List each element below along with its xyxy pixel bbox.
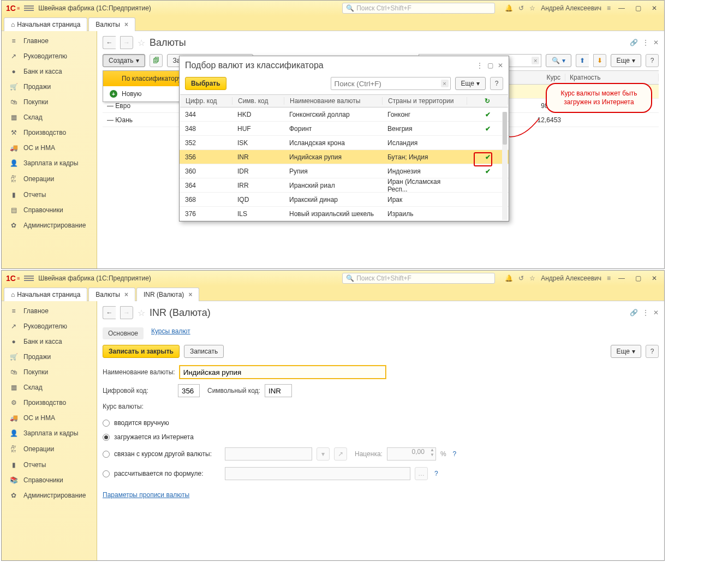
help-icon[interactable]: ? bbox=[434, 470, 438, 477]
tab-currencies[interactable]: Валюты × bbox=[88, 288, 135, 301]
sidebar-item[interactable]: 🚚ОС и НМА bbox=[2, 410, 97, 426]
sidebar-item[interactable]: ▦Склад bbox=[2, 380, 97, 395]
favorite-icon[interactable]: ☆ bbox=[138, 308, 145, 318]
currency-name-input[interactable] bbox=[180, 366, 386, 379]
radio-formula[interactable] bbox=[103, 470, 110, 477]
modal-row[interactable]: 356INRИндийская рупияБутан; Индия✔ bbox=[180, 150, 509, 164]
sidebar-item-operations[interactable]: ДтКтОперации bbox=[2, 171, 97, 187]
modal-row[interactable]: 360IDRРупияИндонезия✔ bbox=[180, 164, 509, 178]
modal-row[interactable]: 348HUFФоринтВенгрия✔ bbox=[180, 122, 509, 136]
mcol-name[interactable]: Наименование валюты bbox=[284, 97, 383, 105]
params-link[interactable]: Параметры прописи валюты bbox=[103, 491, 189, 499]
sidebar-item-warehouse[interactable]: ▦Склад bbox=[2, 110, 97, 125]
more-vert-icon[interactable]: ⋮ bbox=[476, 62, 483, 69]
help-icon[interactable]: ? bbox=[453, 450, 457, 458]
forward-button[interactable]: → bbox=[120, 306, 133, 319]
sidebar-item[interactable]: 📚Справочники bbox=[2, 473, 97, 488]
modal-help-button[interactable]: ? bbox=[490, 77, 503, 90]
save-close-button[interactable]: Записать и закрыть bbox=[103, 345, 180, 358]
history-icon[interactable]: ↺ bbox=[518, 4, 524, 12]
minimize-button[interactable]: — bbox=[616, 274, 627, 282]
star-icon[interactable]: ☆ bbox=[529, 274, 535, 282]
sidebar-item[interactable]: ↗Руководителю bbox=[2, 319, 97, 334]
scrollbar[interactable] bbox=[502, 112, 508, 220]
sym-input[interactable] bbox=[265, 384, 292, 397]
sidebar-item[interactable]: 🛍Покупки bbox=[2, 364, 97, 380]
global-search[interactable]: 🔍 Поиск Ctrl+Shift+F bbox=[342, 273, 495, 284]
close-icon[interactable]: × bbox=[188, 291, 192, 298]
sidebar-item-production[interactable]: ⚒Производство bbox=[2, 125, 97, 140]
sidebar-item[interactable]: 🛒Продажи bbox=[2, 349, 97, 364]
user-label[interactable]: Андрей Алексеевич bbox=[541, 274, 601, 282]
more-vert-icon[interactable]: ⋮ bbox=[642, 309, 649, 316]
modal-row[interactable]: 376ILSНовый израильский шекельИзраиль bbox=[180, 207, 509, 221]
star-icon[interactable]: ☆ bbox=[529, 4, 535, 12]
back-button[interactable]: ← bbox=[103, 36, 116, 49]
close-icon[interactable]: × bbox=[124, 21, 128, 28]
link-icon[interactable]: 🔗 bbox=[630, 39, 638, 46]
copy-button[interactable]: 🗐 bbox=[150, 54, 163, 67]
modal-row[interactable]: 364IRRИранский риалИран (Исламская Респ.… bbox=[180, 178, 509, 193]
linked-currency-input[interactable] bbox=[225, 447, 312, 461]
close-button[interactable]: ✕ bbox=[649, 274, 660, 282]
more-vert-icon[interactable]: ⋮ bbox=[642, 39, 649, 46]
move-down-button[interactable]: ⬇ bbox=[593, 54, 606, 67]
chevron-down-icon[interactable]: ▾ bbox=[317, 447, 330, 461]
sidebar-item-sales[interactable]: 🛒Продажи bbox=[2, 79, 97, 94]
modal-row[interactable]: 352ISKИсландская кронаИсландия bbox=[180, 136, 509, 150]
sidebar-item[interactable]: ▮Отчеты bbox=[2, 457, 97, 473]
search-dropdown-button[interactable]: 🔍 ▾ bbox=[546, 54, 571, 67]
code-input[interactable] bbox=[178, 384, 200, 397]
close-button[interactable]: ✕ bbox=[649, 4, 660, 12]
bell-icon[interactable]: 🔔 bbox=[505, 4, 513, 12]
help-button[interactable]: ? bbox=[646, 54, 659, 67]
sidebar-item-references[interactable]: ▤Справочники bbox=[2, 202, 97, 218]
tab-home[interactable]: ⌂ Начальная страница bbox=[4, 288, 87, 301]
subtab-main[interactable]: Основное bbox=[103, 327, 144, 339]
help-button[interactable]: ? bbox=[646, 345, 659, 358]
radio-linked[interactable] bbox=[103, 451, 110, 458]
history-icon[interactable]: ↺ bbox=[518, 274, 524, 282]
scroll-thumb[interactable] bbox=[503, 112, 507, 145]
tab-home[interactable]: ⌂ Начальная страница bbox=[4, 17, 87, 31]
global-search[interactable]: 🔍 Поиск Ctrl+Shift+F bbox=[342, 3, 495, 14]
back-button[interactable]: ← bbox=[103, 306, 116, 319]
sidebar-item-hr[interactable]: 👤Зарплата и кадры bbox=[2, 156, 97, 171]
more-button[interactable]: Еще ▾ bbox=[611, 345, 641, 358]
radio-internet[interactable] bbox=[103, 434, 110, 441]
link-icon[interactable]: 🔗 bbox=[630, 309, 638, 316]
modal-row[interactable]: 368IQDИракский динарИрак bbox=[180, 193, 509, 207]
sidebar-item[interactable]: ✿Администрирование bbox=[2, 488, 97, 503]
maximize-button[interactable]: ▢ bbox=[632, 4, 643, 12]
clear-icon[interactable]: × bbox=[532, 57, 539, 64]
minimize-button[interactable]: — bbox=[616, 4, 627, 12]
save-button[interactable]: Записать bbox=[184, 345, 224, 358]
user-label[interactable]: Андрей Алексеевич bbox=[541, 4, 601, 12]
close-icon[interactable]: × bbox=[124, 291, 128, 298]
modal-more-button[interactable]: Еще ▾ bbox=[455, 77, 486, 90]
create-button[interactable]: Создать▾ bbox=[103, 54, 145, 67]
forward-button[interactable]: → bbox=[120, 36, 133, 49]
ellipsis-icon[interactable]: … bbox=[415, 467, 428, 480]
hamburger-icon[interactable] bbox=[24, 276, 34, 281]
sidebar-item[interactable]: ≡Главное bbox=[2, 303, 97, 319]
sidebar-item-admin[interactable]: ✿Администрирование bbox=[2, 218, 97, 233]
mcol-country[interactable]: Страны и территории bbox=[383, 97, 467, 105]
select-button[interactable]: Выбрать bbox=[185, 77, 226, 90]
close-icon[interactable]: ✕ bbox=[498, 62, 503, 69]
hamburger-icon[interactable] bbox=[24, 5, 34, 11]
close-page-icon[interactable]: ✕ bbox=[653, 39, 659, 46]
restore-icon[interactable]: ▢ bbox=[487, 62, 493, 69]
subtab-rates[interactable]: Курсы валют bbox=[151, 327, 190, 339]
sidebar-item-reports[interactable]: ▮Отчеты bbox=[2, 187, 97, 202]
bell-icon[interactable]: 🔔 bbox=[505, 274, 513, 282]
markup-input[interactable]: 0,00▲▼ bbox=[387, 447, 436, 461]
favorite-icon[interactable]: ☆ bbox=[138, 38, 145, 48]
mcol-sym[interactable]: Симв. код bbox=[232, 97, 284, 105]
clear-icon[interactable]: × bbox=[441, 80, 449, 87]
sidebar-item-purchases[interactable]: 🛍Покупки bbox=[2, 94, 97, 110]
settings-lines-icon[interactable]: ≡ bbox=[607, 4, 611, 12]
tab-currencies[interactable]: Валюты × bbox=[88, 17, 135, 31]
col-mult[interactable]: Кратность bbox=[565, 74, 659, 81]
close-page-icon[interactable]: ✕ bbox=[653, 309, 659, 316]
